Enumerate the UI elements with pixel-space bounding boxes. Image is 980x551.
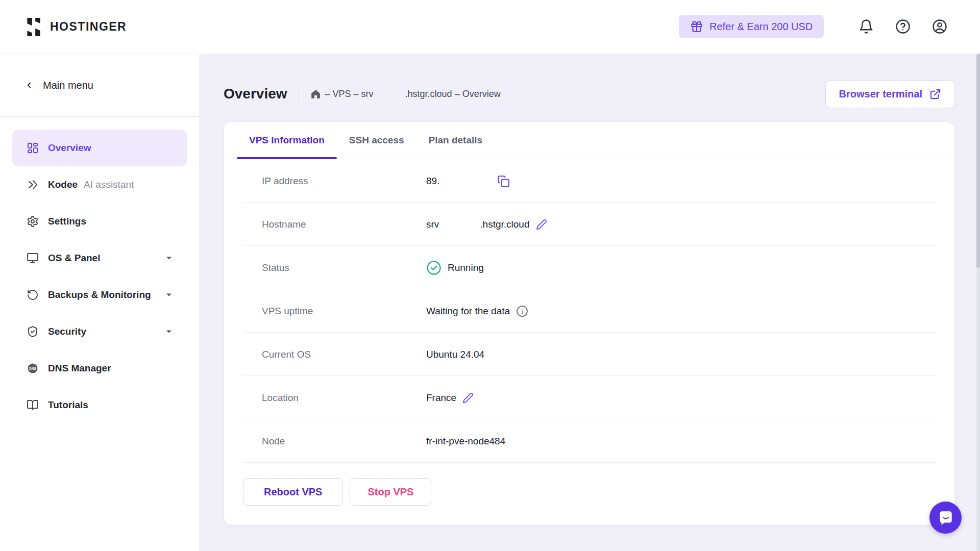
book-icon: [27, 399, 39, 411]
row-current-os: Current OS Ubuntu 24.04: [243, 333, 936, 376]
help-circle-icon: [895, 19, 911, 34]
chevron-left-icon: [24, 81, 34, 90]
row-vps-uptime: VPS uptime Waiting for the data: [243, 289, 936, 333]
row-label: IP address: [262, 159, 308, 203]
browser-terminal-button[interactable]: Browser terminal: [825, 80, 955, 108]
tab-label: Plan details: [429, 135, 483, 146]
back-to-main-menu[interactable]: Main menu: [0, 54, 199, 116]
hostname-value: srv: [426, 219, 439, 230]
node-value: fr-int-pve-node484: [426, 436, 505, 447]
home-icon: [310, 89, 321, 99]
dns-globe-icon: DNS: [27, 362, 39, 374]
sidebar-item-label: Tutorials: [48, 399, 88, 411]
edit-icon[interactable]: [536, 219, 547, 230]
monitor-icon: [27, 252, 39, 264]
user-circle-icon: [932, 19, 947, 34]
status-running-icon: [426, 260, 442, 276]
edit-icon[interactable]: [462, 392, 474, 404]
chevron-down-icon: [165, 327, 173, 336]
sidebar-item-dns-manager[interactable]: DNS DNS Manager: [12, 350, 187, 387]
breadcrumb-text-left: – VPS – srv: [325, 89, 374, 99]
status-value: Running: [448, 262, 484, 273]
row-label: Current OS: [262, 333, 311, 376]
sidebar-item-label: Backups & Monitoring: [48, 289, 151, 300]
sidebar: Main menu Overview: [0, 54, 199, 551]
uptime-value: Waiting for the data: [426, 306, 510, 317]
brand-wordmark: HOSTINGER: [50, 20, 127, 34]
sidebar-item-backups-monitoring[interactable]: Backups & Monitoring: [12, 277, 187, 313]
sidebar-item-os-panel[interactable]: OS & Panel: [12, 240, 187, 277]
tab-plan-details[interactable]: Plan details: [416, 122, 495, 159]
hostinger-hpanel: HOSTINGER Refer & Earn 200 USD: [0, 0, 980, 551]
scrollbar-thumb[interactable]: [976, 54, 980, 268]
svg-text:DNS: DNS: [29, 367, 37, 370]
row-node: Node fr-int-pve-node484: [243, 419, 936, 463]
kodee-icon: [27, 179, 39, 191]
scrollbar[interactable]: [976, 54, 980, 551]
tab-ssh-access[interactable]: SSH access: [337, 122, 416, 159]
restore-icon: [27, 289, 39, 301]
shield-check-icon: [27, 325, 39, 338]
external-link-icon: [929, 88, 941, 100]
sidebar-item-label: Security: [48, 326, 86, 337]
reboot-vps-button[interactable]: Reboot VPS: [243, 478, 343, 506]
header-divider: [299, 82, 299, 106]
hostinger-logo[interactable]: HOSTINGER: [24, 0, 127, 54]
location-value: France: [426, 392, 456, 404]
sidebar-item-sublabel: AI assistant: [84, 179, 134, 190]
gift-icon: [690, 20, 703, 33]
row-location: Location France: [243, 376, 936, 419]
tab-bar: VPS information SSH access Plan details: [224, 122, 954, 159]
browser-terminal-label: Browser terminal: [839, 88, 922, 100]
main-content: Overview – VPS – srv .hstgr.cloud – Over…: [199, 54, 980, 551]
breadcrumb: – VPS – srv .hstgr.cloud – Overview: [310, 89, 501, 99]
sidebar-nav: Overview Kodee AI assistant: [0, 117, 199, 423]
info-icon[interactable]: [516, 305, 528, 317]
sidebar-item-kodee[interactable]: Kodee AI assistant: [12, 166, 187, 203]
copy-icon[interactable]: [497, 174, 510, 188]
account-button[interactable]: [932, 18, 948, 35]
page-header: Overview – VPS – srv .hstgr.cloud – Over…: [224, 73, 955, 114]
chevron-down-icon: [165, 254, 173, 263]
row-label: Hostname: [262, 203, 306, 246]
row-hostname: Hostname srv .hstgr.cloud: [243, 203, 936, 246]
main-menu-label: Main menu: [43, 80, 93, 91]
tab-label: VPS information: [249, 135, 325, 146]
row-ip-address: IP address 89.: [243, 159, 936, 203]
sidebar-item-settings[interactable]: Settings: [12, 203, 187, 240]
hostname-suffix: .hstgr.cloud: [480, 219, 529, 230]
row-label: Location: [262, 376, 299, 419]
chat-bubble-icon: [937, 509, 954, 527]
row-status: Status Running: [243, 246, 936, 289]
row-label: Status: [262, 246, 289, 289]
sidebar-item-label: Settings: [48, 216, 86, 227]
sidebar-item-overview[interactable]: Overview: [12, 130, 187, 166]
breadcrumb-text-right: .hstgr.cloud – Overview: [405, 89, 501, 99]
chevron-down-icon: [165, 290, 173, 299]
notifications-button[interactable]: [858, 18, 874, 35]
sidebar-item-tutorials[interactable]: Tutorials: [12, 387, 187, 423]
stop-vps-button[interactable]: Stop VPS: [350, 478, 431, 506]
sidebar-item-label: DNS Manager: [48, 363, 111, 374]
sidebar-item-label: OS & Panel: [48, 253, 100, 264]
hostinger-logo-icon: [24, 17, 43, 37]
support-chat-button[interactable]: [929, 502, 962, 534]
row-label: Node: [262, 419, 285, 463]
page-title: Overview: [224, 86, 287, 102]
help-button[interactable]: [895, 18, 911, 35]
sidebar-item-label: Kodee: [48, 179, 78, 190]
grid-icon: [27, 142, 39, 154]
vps-actions: Reboot VPS Stop VPS: [224, 463, 954, 506]
row-label: VPS uptime: [262, 289, 313, 333]
current-os-value: Ubuntu 24.04: [426, 349, 484, 360]
sidebar-item-label: Overview: [48, 142, 91, 154]
ip-address-value: 89.: [426, 176, 439, 187]
sidebar-item-security[interactable]: Security: [12, 313, 187, 350]
gear-icon: [27, 215, 39, 228]
bell-icon: [859, 19, 874, 34]
refer-earn-button[interactable]: Refer & Earn 200 USD: [679, 15, 824, 38]
refer-earn-label: Refer & Earn 200 USD: [709, 21, 813, 33]
tab-label: SSH access: [349, 135, 404, 146]
top-bar: HOSTINGER Refer & Earn 200 USD: [0, 0, 980, 54]
tab-vps-information[interactable]: VPS information: [237, 122, 337, 159]
